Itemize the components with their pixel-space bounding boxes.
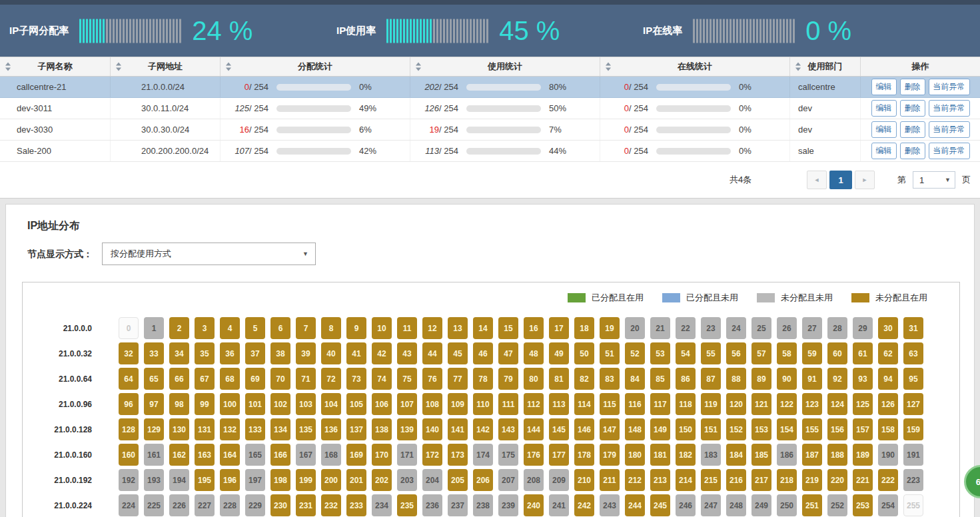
ip-cell[interactable]: 132 bbox=[220, 418, 240, 440]
ip-cell[interactable]: 197 bbox=[245, 469, 265, 491]
ip-cell[interactable]: 119 bbox=[701, 393, 721, 415]
sort-icon[interactable] bbox=[225, 63, 231, 71]
ip-cell[interactable]: 225 bbox=[144, 494, 164, 516]
ip-cell[interactable]: 140 bbox=[422, 418, 442, 440]
ip-cell[interactable]: 35 bbox=[195, 342, 215, 364]
ip-cell[interactable]: 69 bbox=[245, 368, 265, 390]
ip-cell[interactable]: 243 bbox=[600, 494, 620, 516]
ip-cell[interactable]: 8 bbox=[321, 317, 341, 339]
sort-icon[interactable] bbox=[795, 63, 801, 71]
ip-cell[interactable]: 250 bbox=[777, 494, 797, 516]
ip-cell[interactable]: 39 bbox=[296, 342, 316, 364]
ip-cell[interactable]: 217 bbox=[751, 469, 771, 491]
ip-cell[interactable]: 164 bbox=[220, 444, 240, 466]
ip-cell[interactable]: 127 bbox=[903, 393, 923, 415]
ip-cell[interactable]: 220 bbox=[827, 469, 847, 491]
ip-cell[interactable]: 141 bbox=[448, 418, 468, 440]
sort-icon[interactable] bbox=[5, 63, 11, 71]
ip-cell[interactable]: 188 bbox=[827, 444, 847, 466]
ip-cell[interactable]: 236 bbox=[422, 494, 442, 516]
page-select[interactable]: 1 ▼ bbox=[913, 171, 955, 189]
ip-cell[interactable]: 20 bbox=[625, 317, 645, 339]
ip-cell[interactable]: 108 bbox=[422, 393, 442, 415]
delete-button[interactable]: 删除 bbox=[900, 100, 925, 117]
ip-cell[interactable]: 229 bbox=[245, 494, 265, 516]
ip-cell[interactable]: 25 bbox=[751, 317, 771, 339]
sort-icon[interactable] bbox=[605, 63, 611, 71]
ip-cell[interactable]: 152 bbox=[726, 418, 746, 440]
ip-cell[interactable]: 180 bbox=[625, 444, 645, 466]
ip-cell[interactable]: 72 bbox=[321, 368, 341, 390]
ip-cell[interactable]: 139 bbox=[397, 418, 417, 440]
ip-cell[interactable]: 137 bbox=[346, 418, 366, 440]
ip-cell[interactable]: 81 bbox=[549, 368, 569, 390]
ip-cell[interactable]: 134 bbox=[270, 418, 290, 440]
ip-cell[interactable]: 200 bbox=[321, 469, 341, 491]
ip-cell[interactable]: 171 bbox=[397, 444, 417, 466]
ip-cell[interactable]: 102 bbox=[270, 393, 290, 415]
ip-cell[interactable]: 106 bbox=[372, 393, 392, 415]
ip-cell[interactable]: 16 bbox=[524, 317, 544, 339]
ip-cell[interactable]: 110 bbox=[473, 393, 493, 415]
ip-cell[interactable]: 214 bbox=[676, 469, 696, 491]
ip-cell[interactable]: 47 bbox=[498, 342, 518, 364]
ip-cell[interactable]: 242 bbox=[574, 494, 594, 516]
edit-button[interactable]: 编辑 bbox=[871, 79, 897, 95]
ip-cell[interactable]: 40 bbox=[321, 342, 341, 364]
ip-cell[interactable]: 21 bbox=[650, 317, 670, 339]
sort-icon[interactable] bbox=[115, 63, 121, 71]
ip-cell[interactable]: 196 bbox=[220, 469, 240, 491]
ip-cell[interactable]: 129 bbox=[144, 418, 164, 440]
sort-icon[interactable] bbox=[415, 63, 421, 71]
ip-cell[interactable]: 15 bbox=[498, 317, 518, 339]
ip-cell[interactable]: 77 bbox=[448, 368, 468, 390]
ip-cell[interactable]: 174 bbox=[473, 444, 493, 466]
ip-cell[interactable]: 244 bbox=[625, 494, 645, 516]
ip-cell[interactable]: 59 bbox=[802, 342, 822, 364]
ip-cell[interactable]: 167 bbox=[296, 444, 316, 466]
ip-cell[interactable]: 126 bbox=[878, 393, 898, 415]
ip-cell[interactable]: 4 bbox=[220, 317, 240, 339]
ip-cell[interactable]: 36 bbox=[220, 342, 240, 364]
ip-cell[interactable]: 1 bbox=[144, 317, 164, 339]
ip-cell[interactable]: 218 bbox=[777, 469, 797, 491]
ip-cell[interactable]: 160 bbox=[119, 444, 139, 466]
ip-cell[interactable]: 13 bbox=[448, 317, 468, 339]
ip-cell[interactable]: 105 bbox=[346, 393, 366, 415]
ip-cell[interactable]: 96 bbox=[119, 393, 139, 415]
ip-cell[interactable]: 219 bbox=[802, 469, 822, 491]
ip-cell[interactable]: 112 bbox=[524, 393, 544, 415]
ip-cell[interactable]: 3 bbox=[195, 317, 215, 339]
ip-cell[interactable]: 209 bbox=[549, 469, 569, 491]
ip-cell[interactable]: 150 bbox=[676, 418, 696, 440]
ip-cell[interactable]: 55 bbox=[701, 342, 721, 364]
ip-cell[interactable]: 28 bbox=[827, 317, 847, 339]
ip-cell[interactable]: 190 bbox=[878, 444, 898, 466]
ip-cell[interactable]: 194 bbox=[169, 469, 189, 491]
ip-cell[interactable]: 234 bbox=[372, 494, 392, 516]
ip-cell[interactable]: 227 bbox=[195, 494, 215, 516]
ip-cell[interactable]: 24 bbox=[726, 317, 746, 339]
ip-cell[interactable]: 173 bbox=[448, 444, 468, 466]
ip-cell[interactable]: 54 bbox=[676, 342, 696, 364]
ip-cell[interactable]: 204 bbox=[422, 469, 442, 491]
ip-cell[interactable]: 161 bbox=[144, 444, 164, 466]
ip-cell[interactable]: 193 bbox=[144, 469, 164, 491]
ip-cell[interactable]: 201 bbox=[346, 469, 366, 491]
ip-cell[interactable]: 172 bbox=[422, 444, 442, 466]
ip-cell[interactable]: 114 bbox=[574, 393, 594, 415]
ip-cell[interactable]: 23 bbox=[701, 317, 721, 339]
ip-cell[interactable]: 104 bbox=[321, 393, 341, 415]
ip-cell[interactable]: 11 bbox=[397, 317, 417, 339]
ip-cell[interactable]: 18 bbox=[574, 317, 594, 339]
delete-button[interactable]: 删除 bbox=[900, 121, 925, 138]
ip-cell[interactable]: 17 bbox=[549, 317, 569, 339]
ip-cell[interactable]: 178 bbox=[574, 444, 594, 466]
ip-cell[interactable]: 41 bbox=[346, 342, 366, 364]
ip-cell[interactable]: 111 bbox=[498, 393, 518, 415]
ip-cell[interactable]: 37 bbox=[245, 342, 265, 364]
ip-cell[interactable]: 135 bbox=[296, 418, 316, 440]
ip-cell[interactable]: 75 bbox=[397, 368, 417, 390]
ip-cell[interactable]: 29 bbox=[853, 317, 873, 339]
ip-cell[interactable]: 151 bbox=[701, 418, 721, 440]
